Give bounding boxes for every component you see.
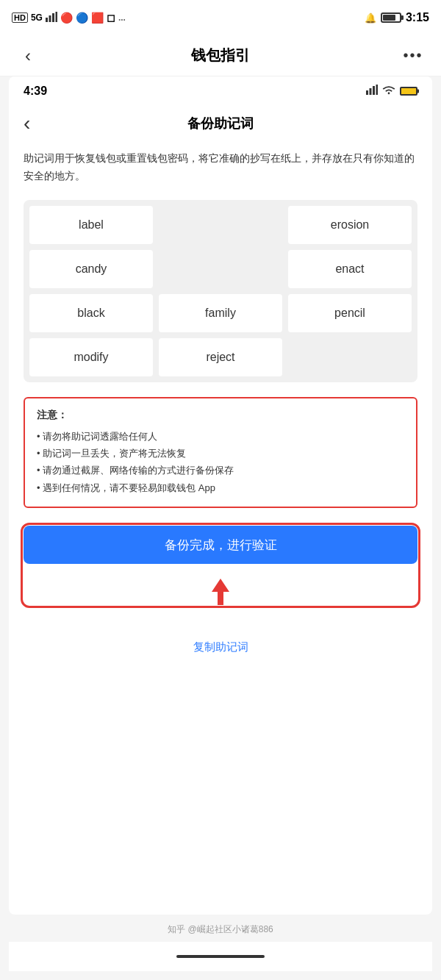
warning-title: 注意： (37, 409, 404, 422)
inner-status-bar: 4:39 (9, 76, 432, 106)
outer-battery (381, 12, 401, 23)
svg-rect-7 (376, 85, 379, 95)
mnemonic-empty-3 (288, 338, 412, 376)
app-icon-4: ... (118, 12, 126, 23)
outer-time: 3:15 (406, 11, 429, 24)
svg-rect-6 (373, 86, 375, 95)
svg-rect-2 (52, 13, 54, 22)
svg-rect-3 (55, 12, 57, 22)
copy-mnemonic-link[interactable]: 复制助记词 (24, 634, 417, 660)
svg-rect-0 (46, 18, 48, 22)
page-wrapper: HD 5G 🔴 🔵 🟥 ◻ ... 🔔 3:15 ‹ 钱包指引 ••• (0, 0, 441, 980)
mnemonic-row-2: candy enact (29, 250, 412, 288)
mnemonic-row-4: modify reject (29, 338, 412, 376)
inner-nav: ‹ 备份助记词 (9, 106, 432, 141)
svg-rect-5 (370, 88, 372, 95)
outer-nav-title: 钱包指引 (191, 46, 250, 65)
warning-box: 注意： • 请勿将助记词透露给任何人 • 助记词一旦丢失，资产将无法恢复 • 请… (24, 397, 417, 509)
signal-bars-outer (46, 12, 57, 24)
warning-item-1: • 请勿将助记词透露给任何人 (37, 428, 404, 445)
svg-marker-9 (212, 579, 229, 605)
mnemonic-word-8: modify (29, 338, 153, 376)
home-indicator (9, 942, 432, 971)
inner-back-button[interactable]: ‹ (24, 112, 50, 135)
mnemonic-word-2: erosion (288, 206, 412, 244)
mnemonic-word-6: family (159, 294, 282, 332)
svg-point-8 (388, 93, 390, 95)
watermark: 知乎 @崛起社区小诸葛886 (9, 915, 432, 942)
warning-item-4: • 遇到任何情况，请不要轻易卸载钱包 App (37, 479, 404, 496)
inner-wifi-icon (382, 85, 395, 98)
primary-button-wrapper: 备份完成，进行验证 (24, 526, 417, 605)
bell-icon: 🔔 (365, 12, 376, 24)
mnemonic-word-5: black (29, 294, 153, 332)
outer-status-left: HD 5G 🔴 🔵 🟥 ◻ ... (12, 12, 126, 24)
mnemonic-word-3: candy (29, 250, 153, 288)
warning-item-3: • 请勿通过截屏、网络传输的方式进行备份保存 (37, 462, 404, 479)
warning-item-2: • 助记词一旦丢失，资产将无法恢复 (37, 445, 404, 462)
app-icon-2: 🟥 (91, 12, 104, 24)
app-icon-3: ◻ (107, 12, 115, 24)
mnemonic-row-3: black family pencil (29, 294, 412, 332)
description-text: 助记词用于恢复钱包或重置钱包密码，将它准确的抄写在纸上，并存放在只有你知道的安全… (24, 150, 417, 185)
mnemonic-empty-1 (159, 206, 282, 244)
outer-back-button[interactable]: ‹ (15, 43, 41, 69)
outer-status-bar: HD 5G 🔴 🔵 🟥 ◻ ... 🔔 3:15 (0, 0, 441, 35)
inner-time: 4:39 (24, 85, 47, 98)
mnemonic-grid: label erosion candy enact black family p… (24, 200, 417, 382)
back-chevron-icon: ‹ (25, 46, 31, 66)
inner-signal-icon (366, 85, 378, 98)
signal-text: 5G (31, 12, 43, 23)
mnemonic-row-1: label erosion (29, 206, 412, 244)
outer-nav-bar: ‹ 钱包指引 ••• (0, 35, 441, 76)
inner-battery-icon (400, 87, 417, 96)
outer-status-right: 🔔 3:15 (365, 11, 429, 24)
mnemonic-word-9: reject (159, 338, 282, 376)
mnemonic-empty-2 (159, 250, 282, 288)
inner-status-icons (366, 85, 417, 98)
weibo-icon: 🔴 (60, 12, 73, 24)
mnemonic-word-4: enact (288, 250, 412, 288)
inner-page-title: 备份助记词 (187, 115, 254, 132)
backup-verify-button[interactable]: 备份完成，进行验证 (24, 526, 417, 564)
inner-screen: 4:39 ‹ 备份助记词 (9, 76, 432, 915)
mnemonic-word-1: label (29, 206, 153, 244)
app-icon-1: 🔵 (76, 12, 88, 24)
home-bar (176, 955, 265, 958)
more-dots-icon: ••• (403, 47, 423, 64)
hd-badge: HD (12, 12, 28, 23)
content-area: 4:39 ‹ 备份助记词 (0, 76, 441, 980)
mnemonic-word-7: pencil (288, 294, 412, 332)
arrow-annotation (24, 579, 417, 605)
svg-rect-1 (49, 15, 51, 22)
more-menu-button[interactable]: ••• (400, 43, 426, 69)
inner-back-chevron-icon: ‹ (24, 112, 30, 135)
svg-rect-4 (366, 90, 368, 95)
red-arrow-icon (206, 579, 235, 605)
inner-scrollable: 助记词用于恢复钱包或重置钱包密码，将它准确的抄写在纸上，并存放在只有你知道的安全… (9, 150, 432, 675)
